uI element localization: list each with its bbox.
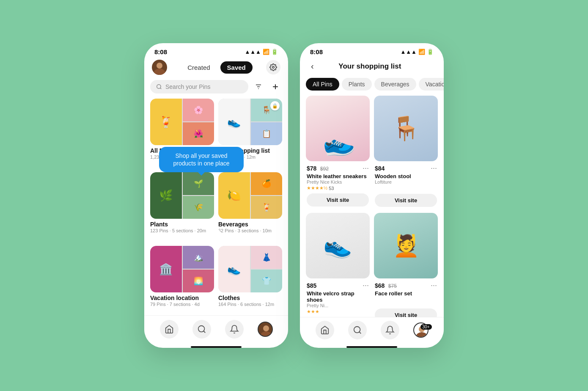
search-placeholder: Search your Pins: [165, 83, 211, 90]
board-name-vacation: Vacation location: [150, 295, 214, 301]
phones-container: 8:08 ▲▲▲ 📶 🔋 Created Saved: [144, 43, 444, 348]
svg-point-2: [272, 66, 275, 69]
board-clothes[interactable]: 👟 👗 👕 Clothes 164 Pins · 6 sections · 12…: [218, 246, 282, 315]
phone-2: 8:08 ▲▲▲ 📶 🔋 ‹ Your shopping list All Pi…: [300, 43, 444, 348]
nav-bell-button[interactable]: [225, 320, 244, 339]
product-shop-sneakers: Pretty Nice Kicks: [307, 179, 369, 184]
product-stool: 🪑 $84 ··· Wooden stool Loftiture Visit s…: [374, 96, 438, 209]
board-meta-beverages: 62 Pins · 3 sections · 10m: [218, 228, 282, 233]
time-2: 8:08: [310, 48, 323, 55]
product-img-roller: 💆: [374, 213, 438, 278]
product-name-sneakers: White leather sneakers: [307, 173, 369, 179]
status-bar-1: 8:08 ▲▲▲ 📶 🔋: [144, 43, 288, 58]
product-shop-stool: Loftiture: [375, 179, 437, 184]
wifi-icon-2: 📶: [418, 49, 425, 55]
products-grid: 👟 $78 $92 ··· White leather sneakers Pre…: [300, 94, 444, 317]
nav-home-button-2[interactable]: [316, 321, 334, 339]
svg-line-4: [160, 88, 162, 89]
price-stool: $84: [375, 165, 385, 172]
price-old-roller: $75: [388, 283, 397, 289]
tab-vacation[interactable]: Vacation: [419, 78, 444, 91]
visit-button-stool[interactable]: Visit site: [375, 194, 437, 207]
stars-sneakers: ★★★★½: [307, 185, 327, 191]
board-name-beverages: Beverages: [218, 221, 282, 228]
tab-beverages[interactable]: Beverages: [374, 78, 416, 91]
svg-point-13: [261, 331, 272, 337]
board-name-plants: Plants: [150, 221, 214, 228]
svg-point-0: [157, 63, 162, 69]
product-roller: 💆 $68 $75 ··· Face roller set Visit si: [374, 213, 438, 317]
price-roller: $68: [375, 282, 385, 289]
product-sneakers: 👟 $78 $92 ··· White leather sneakers Pre…: [306, 96, 370, 209]
boards-grid: 🍹 🌸 🌺 All Pins 1,234 Pins · 10m 👟: [144, 97, 288, 315]
more-button-sneakers[interactable]: ···: [363, 164, 369, 173]
category-tabs: All Pins Plants Beverages Vacation C: [300, 76, 444, 94]
svg-line-11: [203, 331, 205, 333]
svg-point-3: [157, 85, 161, 88]
price-velcro: $85: [307, 282, 316, 289]
tooltip-bubble: Shop all your saved products in one plac…: [159, 147, 244, 172]
product-name-roller: Face roller set: [375, 290, 437, 297]
gear-button[interactable]: [266, 60, 280, 74]
search-bar[interactable]: Search your Pins: [150, 80, 248, 94]
more-button-roller[interactable]: ···: [431, 281, 437, 290]
battery-icon-2: 🔋: [427, 49, 434, 55]
time-1: 8:08: [154, 48, 167, 55]
lock-icon: 🔒: [270, 101, 280, 110]
nav-search-button[interactable]: [192, 320, 211, 339]
tab-all-pins[interactable]: All Pins: [306, 78, 339, 91]
board-beverages-wrap: Shop all your saved products in one plac…: [218, 172, 282, 242]
visit-button-roller[interactable]: Visit site: [375, 308, 437, 317]
add-button[interactable]: [269, 80, 282, 94]
svg-point-12: [263, 325, 269, 331]
board-plants[interactable]: 🌿 🌱 🌾 Plants 123 Pins · 5 sections · 20m: [150, 172, 214, 242]
page-title: Your shopping list: [338, 62, 401, 71]
board-meta-clothes: 164 Pins · 6 sections · 12m: [218, 302, 282, 307]
tab-saved[interactable]: Saved: [220, 61, 253, 74]
status-bar-2: 8:08 ▲▲▲ 📶 🔋: [300, 43, 444, 58]
board-vacation[interactable]: 🏛️ 🏔️ 🌅 Vacation location 79 Pins · 7 se…: [150, 246, 214, 315]
home-indicator-2: [346, 346, 397, 348]
product-img-sneakers: 👟: [306, 96, 370, 161]
stars-velcro: ★★★: [307, 309, 319, 314]
filter-button[interactable]: [252, 80, 265, 94]
price-old-sneakers: $92: [320, 166, 329, 172]
more-button-velcro[interactable]: ···: [363, 281, 369, 290]
product-shop-velcro: Pretty Ni...: [307, 303, 369, 308]
notification-badge: 30+: [420, 324, 432, 330]
signal-icon-2: ▲▲▲: [400, 49, 417, 55]
wifi-icon: 📶: [263, 49, 269, 55]
p1-header: Created Saved: [144, 58, 288, 78]
board-beverages[interactable]: 🍋 🍊 🍹 Beverages 62 Pins · 3 sections · 1…: [218, 172, 282, 233]
visit-button-sneakers[interactable]: Visit site: [307, 193, 369, 207]
tabs-row: Created Saved: [181, 61, 253, 74]
search-row: Search your Pins: [144, 78, 288, 97]
nav-bell-button-2[interactable]: [381, 321, 399, 339]
nav-avatar[interactable]: [258, 322, 273, 337]
svg-line-15: [359, 332, 361, 333]
avatar[interactable]: [152, 60, 167, 75]
tab-created[interactable]: Created: [181, 61, 217, 74]
bottom-nav-2: 30+: [300, 317, 444, 344]
p2-header: ‹ Your shopping list: [300, 58, 444, 76]
home-indicator-1: [191, 346, 242, 348]
nav-home-button[interactable]: [160, 320, 179, 339]
product-name-stool: Wooden stool: [375, 173, 437, 179]
product-img-velcro: 👟: [306, 213, 370, 278]
svg-point-10: [198, 326, 204, 332]
rating-sneakers: 53: [329, 186, 334, 191]
nav-search-button-2[interactable]: [348, 321, 367, 339]
product-img-stool: 🪑: [374, 96, 438, 161]
tab-plants[interactable]: Plants: [342, 78, 372, 91]
more-button-stool[interactable]: ···: [431, 164, 437, 173]
product-velcro: 👟 $85 ··· White velcro strap shoes Prett…: [306, 213, 370, 317]
board-name-clothes: Clothes: [218, 295, 282, 301]
signal-icon: ▲▲▲: [245, 49, 261, 55]
phone-1: 8:08 ▲▲▲ 📶 🔋 Created Saved: [144, 43, 288, 348]
svg-point-1: [154, 69, 165, 75]
back-button[interactable]: ‹: [308, 60, 317, 73]
bottom-nav-1: [144, 315, 288, 344]
svg-point-17: [416, 332, 427, 338]
board-meta-vacation: 79 Pins · 7 sections · 4d: [150, 302, 214, 307]
svg-point-14: [354, 327, 360, 333]
